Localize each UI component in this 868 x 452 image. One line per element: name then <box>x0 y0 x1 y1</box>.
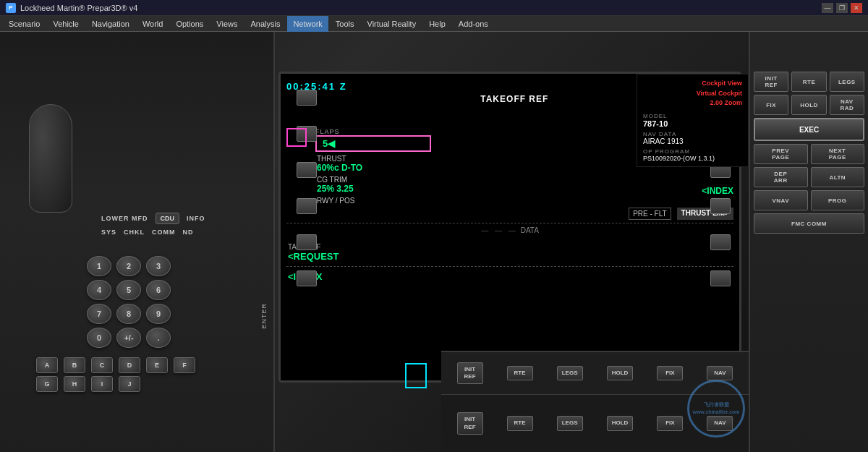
dash-line-1: — — — <box>481 226 518 234</box>
vnav-button[interactable]: VNAV <box>754 190 808 210</box>
next-page-button[interactable]: NEXTPAGE <box>811 144 865 164</box>
key-2[interactable]: 2 <box>116 256 141 276</box>
lsk-r4[interactable] <box>710 198 731 214</box>
key-c[interactable]: C <box>91 357 113 373</box>
separator-line-2 <box>286 266 733 267</box>
menu-help[interactable]: Help <box>423 16 451 32</box>
bottom-nav-btn[interactable]: NAV <box>707 366 733 380</box>
request-button[interactable]: <REQUEST <box>288 251 732 262</box>
rwy-section: RWY / POS <box>281 195 739 206</box>
menu-virtual-reality[interactable]: Virtual Reality <box>362 16 422 32</box>
key-plus-minus[interactable]: +/- <box>116 328 141 348</box>
menu-network[interactable]: Network <box>287 16 328 32</box>
bottom-row-btn-3[interactable]: LEGS <box>557 416 583 430</box>
altn-button[interactable]: ALTN <box>811 167 865 187</box>
comm-label[interactable]: COMM <box>152 229 176 236</box>
fix-right-button[interactable]: FIX <box>754 95 788 115</box>
menu-views[interactable]: Views <box>210 16 243 32</box>
key-4[interactable]: 4 <box>87 280 111 300</box>
menu-world[interactable]: World <box>137 16 169 32</box>
menu-options[interactable]: Options <box>170 16 209 32</box>
menu-tools[interactable]: Tools <box>330 16 360 32</box>
minimize-button[interactable]: — <box>822 3 833 13</box>
info-panel: Cockpit View Virtual Cockpit 2.00 Zoom M… <box>637 74 749 167</box>
lsk-l4[interactable] <box>297 198 317 214</box>
menu-bar: Scenario Vehicle Navigation World Option… <box>0 16 868 32</box>
restore-button[interactable]: ❐ <box>836 3 848 13</box>
sys-label[interactable]: SYS <box>101 229 116 236</box>
panel-row-6: FMC COMM <box>754 213 864 234</box>
bottom-legs[interactable]: LEGS <box>557 366 583 380</box>
chkl-label[interactable]: CHKL <box>124 229 145 236</box>
bottom-rte[interactable]: RTE <box>507 366 533 380</box>
prev-page-button[interactable]: PREVPAGE <box>754 144 808 164</box>
bottom-hold[interactable]: HOLD <box>607 366 634 380</box>
key-f[interactable]: F <box>174 357 195 373</box>
key-e[interactable]: E <box>146 357 168 373</box>
bottom-row-btn-2[interactable]: RTE <box>507 416 533 430</box>
bottom-init-ref[interactable]: INITREF <box>457 362 483 385</box>
takeoff-ref-title: TAKEOFF REF <box>347 94 682 104</box>
bottom-row-btn-4[interactable]: HOLD <box>607 416 634 430</box>
key-3[interactable]: 3 <box>146 256 171 276</box>
nd-label[interactable]: ND <box>183 229 194 236</box>
menu-vehicle[interactable]: Vehicle <box>47 16 84 32</box>
rte-button[interactable]: RTE <box>791 72 826 92</box>
dep-arr-button[interactable]: DEPARR <box>754 167 808 187</box>
nav-data-info: NAV DATA AIRAC 1913 <box>643 131 742 145</box>
key-8[interactable]: 8 <box>116 304 141 324</box>
key-b[interactable]: B <box>64 357 85 373</box>
menu-add-ons[interactable]: Add-ons <box>453 16 494 32</box>
info-label[interactable]: INFO <box>187 215 205 222</box>
key-j[interactable]: J <box>119 376 140 392</box>
key-6[interactable]: 6 <box>146 280 171 300</box>
index-bottom-button[interactable]: <INDEX <box>288 271 732 282</box>
lsk-r5[interactable] <box>710 234 731 250</box>
lsk-l1[interactable] <box>297 90 317 106</box>
lsk-l3[interactable] <box>297 162 317 178</box>
lower-mfd-label: LOWER MFD <box>101 215 148 222</box>
watermark-text: 飞行者联盟 www.chinaflier.com <box>692 401 739 416</box>
key-a[interactable]: A <box>36 357 58 373</box>
bottom-row-btn-5[interactable]: FIX <box>657 416 683 430</box>
cg-trim-section: CG TRIM 25% 3.25 <box>281 174 739 195</box>
lsk-l5[interactable] <box>297 234 317 250</box>
key-1[interactable]: 1 <box>87 256 111 276</box>
menu-navigation[interactable]: Navigation <box>86 16 135 32</box>
bottom-row-btn-1[interactable]: INITREF <box>457 412 483 435</box>
menu-scenario[interactable]: Scenario <box>3 16 46 32</box>
exec-button[interactable]: EXEC <box>754 118 864 141</box>
title-bar-left: P Lockheed Martin® Prepar3D® v4 <box>6 3 137 13</box>
title-bar: P Lockheed Martin® Prepar3D® v4 — ❐ ✕ <box>0 0 868 16</box>
prog-button[interactable]: PROG <box>811 190 865 210</box>
date-display: 21 OCT 20 <box>347 78 675 85</box>
key-7[interactable]: 7 <box>87 304 111 324</box>
close-button[interactable]: ✕ <box>851 3 862 13</box>
key-i[interactable]: I <box>91 376 113 392</box>
model-info: MODEL 787-10 <box>643 113 742 128</box>
hold-button[interactable]: HOLD <box>791 95 826 115</box>
key-h[interactable]: H <box>64 376 85 392</box>
key-0[interactable]: 0 <box>87 328 111 348</box>
menu-analysis[interactable]: Analysis <box>245 16 286 32</box>
lsk-r6[interactable] <box>710 270 731 286</box>
fmc-comm-button[interactable]: FMC COMM <box>754 213 864 234</box>
model-value: 787-10 <box>643 119 742 128</box>
nav-rad-button[interactable]: NAVRAD <box>830 95 864 115</box>
lsk-l6[interactable] <box>297 270 317 286</box>
flaps-input-box[interactable]: 5◀ <box>315 135 431 152</box>
key-9[interactable]: 9 <box>146 304 171 324</box>
init-ref-button[interactable]: INITREF <box>754 72 788 92</box>
key-d[interactable]: D <box>119 357 140 373</box>
cdu-label-row-1: LOWER MFD CDU INFO <box>101 213 205 224</box>
cdu-box[interactable]: CDU <box>156 213 180 224</box>
takeoff-label: TAKEOFF <box>288 243 732 251</box>
key-g[interactable]: G <box>36 376 58 392</box>
key-5[interactable]: 5 <box>116 280 141 300</box>
key-dot[interactable]: . <box>146 328 171 348</box>
legs-right-button[interactable]: LEGS <box>830 72 864 92</box>
title-controls[interactable]: — ❐ ✕ <box>822 3 862 13</box>
pink-input-indicator <box>286 128 307 147</box>
bottom-fix[interactable]: FIX <box>657 366 683 380</box>
op-program-value: PS10092020-(OW 1.3.1) <box>643 155 742 162</box>
